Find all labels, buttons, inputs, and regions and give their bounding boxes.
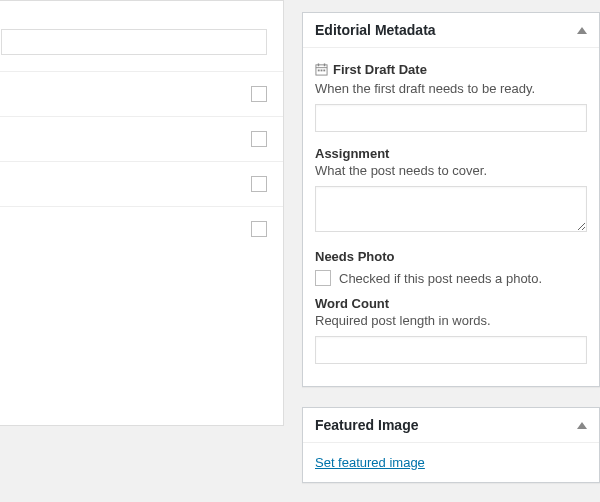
field-label-assignment: Assignment: [315, 146, 389, 161]
field-desc-word-count: Required post length in words.: [315, 313, 587, 328]
word-count-input[interactable]: [315, 336, 587, 364]
svg-rect-4: [318, 70, 320, 72]
panel-header[interactable]: Editorial Metadata: [303, 13, 599, 48]
row-checkbox[interactable]: [251, 176, 267, 192]
chevron-up-icon[interactable]: [577, 27, 587, 34]
svg-rect-2: [318, 63, 319, 66]
editorial-metadata-panel: Editorial Metadata: [302, 12, 600, 387]
field-desc-assignment: What the post needs to cover.: [315, 163, 587, 178]
assignment-textarea[interactable]: [315, 186, 587, 232]
first-draft-date-input[interactable]: [315, 104, 587, 132]
field-label-first-draft: First Draft Date: [315, 62, 427, 77]
row-checkbox[interactable]: [251, 86, 267, 102]
panel-title: Featured Image: [315, 417, 418, 433]
row-checkbox[interactable]: [251, 221, 267, 237]
panel-title: Editorial Metadata: [315, 22, 436, 38]
svg-rect-3: [324, 63, 325, 66]
featured-image-panel: Featured Image Set featured image: [302, 407, 600, 483]
field-desc-needs-photo: Checked if this post needs a photo.: [339, 271, 542, 286]
left-panel: [0, 0, 284, 426]
set-featured-image-link[interactable]: Set featured image: [315, 455, 425, 470]
needs-photo-checkbox[interactable]: [315, 270, 331, 286]
panel-header[interactable]: Featured Image: [303, 408, 599, 443]
left-field-box[interactable]: [1, 29, 267, 55]
calendar-icon: [315, 63, 328, 76]
svg-rect-5: [321, 70, 323, 72]
chevron-up-icon[interactable]: [577, 422, 587, 429]
field-label-needs-photo: Needs Photo: [315, 249, 394, 264]
row-checkbox[interactable]: [251, 131, 267, 147]
field-desc-first-draft: When the first draft needs to be ready.: [315, 81, 587, 96]
svg-rect-6: [323, 70, 325, 72]
field-label-word-count: Word Count: [315, 296, 389, 311]
